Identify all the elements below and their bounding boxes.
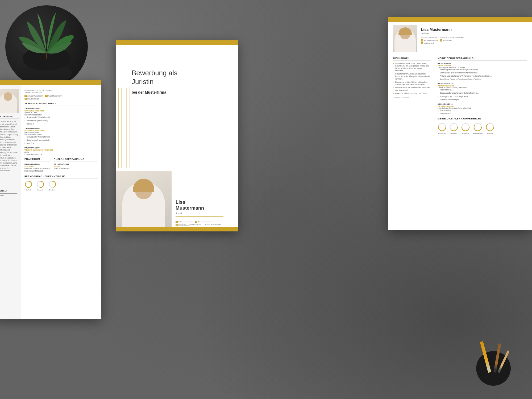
job3-bullets: Korrespondenz... Vornahme von...	[438, 109, 527, 115]
center-linkedin: in /in/Lisa-Mustermann	[176, 221, 193, 223]
digital-skill-circles: ACTAPORT LegalVero	[438, 123, 527, 134]
legalvero-label: LegalVero	[451, 132, 457, 134]
lang-greek-label: Griechisch	[49, 189, 56, 191]
center-email-row: @ l.lisa@nome.de	[176, 224, 189, 226]
skill-winmacs: WinMACS	[461, 123, 470, 134]
doc-right: Lisa Mustermann Juristin Fantasiestraße …	[388, 17, 532, 230]
profil-bullet-1: Bei gerichtlichen Auseinandersetzungen k…	[393, 73, 431, 80]
job2-bullet-3: Erstellung von Verträgen...	[438, 98, 527, 101]
job1-bullet-3: Auch höchst Fragen zu Regulierungsfragen…	[438, 78, 527, 80]
job2-title: Wirtschaftsjuristin	[438, 85, 527, 87]
gold-line-5	[129, 88, 130, 168]
right-name-section: Lisa Mustermann Juristin Fantasiestraße …	[421, 25, 464, 52]
signature: Luisa	[0, 188, 17, 194]
center-xing-icon: X	[195, 221, 197, 223]
cover-title-line2: Juristin	[132, 78, 153, 86]
skill-powerpoint: MS PowerPoint	[473, 123, 483, 134]
right-address: Fantasiestraße 14, 39114 Großstadt | Tel…	[421, 37, 464, 39]
center-linkedin-icon: in	[176, 221, 178, 223]
school-entry-2: 10.2000-06.2004 Universität Mittelstadt …	[24, 127, 98, 144]
russian-circle-icon	[36, 180, 44, 188]
right-digital-title: Meine digitalen Kompetenzen	[438, 117, 527, 121]
cover-title: Bewerbung als Juristin	[132, 69, 222, 86]
left-xing: X /Lisa-Mustermann	[45, 95, 62, 97]
right-linkedin: in /in/Lisa-Mustermann	[421, 39, 438, 41]
job1-bullets: Vertretung des Unternehmens vor gerichtl…	[438, 68, 527, 80]
job2-bullet-2: Prüfung von Tex..., ernutzungsdienst...	[438, 95, 527, 98]
job3-date: 09.2006-03.2011	[438, 103, 527, 105]
ausland-job-title: Au-pair	[54, 165, 98, 167]
language-circles: Englisch Russisch Gr	[24, 180, 98, 191]
right-linkedin-text: /in/Lisa-Mustermann	[424, 40, 438, 41]
actaport-label: ACTAPORT	[438, 132, 446, 134]
school-section: Schule & Ausbildung 10.2004-06.2006 Univ…	[24, 102, 98, 156]
doc-left: e Interessen Das Thema Recht ist für mic…	[0, 80, 101, 319]
entry3-institution: Wissens-Gymnasium Kleinstadt	[24, 149, 98, 151]
right-email: Lisa@nome.de	[424, 42, 434, 44]
center-social-row: in /in/Lisa-Mustermann X /Lisa-Musterman…	[176, 221, 211, 223]
right-xing-text: /Lisa-Muster	[443, 40, 452, 41]
job1-bullet-0: Vertretung des Unternehmens vor gerichtl…	[438, 68, 527, 71]
entry1-institution: Universität Mittelstadt	[24, 110, 98, 112]
right-xing-icon: X	[440, 39, 442, 41]
ausland-entry: 07.1999-07.2000 Au-pair Athen, Griechenl…	[54, 163, 98, 170]
right-addr-text: Fantasiestraße 14, 39114 Großstadt	[421, 37, 447, 39]
right-beruf-title: Meine Berufserfahrung	[438, 57, 527, 61]
languages-title: Fremdsprachenkenntnisse	[24, 175, 98, 179]
job2-company: Liefern & Freuen GmbH, Mittelstadt	[438, 87, 527, 89]
right-sep: |	[448, 37, 449, 39]
english-circle-icon	[24, 180, 32, 188]
lang-english: Englisch	[24, 180, 32, 191]
right-digital-skills: Meine digitalen Kompetenzen ACTAPORT	[438, 117, 527, 134]
right-person-name: Lisa Mustermann	[421, 27, 464, 32]
right-email-icon: @	[421, 42, 423, 44]
left-address: Fantasiestraße 14, 39114 Großstadt	[24, 89, 98, 92]
powerpoint-label: MS PowerPoint	[473, 132, 483, 134]
right-email-row: @ Lisa@nome.de	[421, 42, 464, 44]
lang-russian: Russisch	[36, 180, 44, 191]
praktikum-ausland-section: Praktikum 03.2004-06.2004 Praktikum Prak…	[24, 158, 98, 172]
ausland-date: 07.1999-07.2000	[54, 163, 98, 165]
sidebar-interests-title: e Interessen	[0, 116, 19, 119]
greek-circle-icon	[48, 180, 56, 188]
sidebar-interests-section: e Interessen Das Thema Recht ist für mic…	[0, 116, 19, 197]
entry3-detail-0: Note Abschluss: 1.9	[24, 153, 98, 156]
xing-icon: X	[45, 95, 48, 97]
right-linkedin-icon: in	[421, 39, 423, 41]
entry1-detail-2: Note: 1.8	[24, 123, 98, 125]
gold-line-4	[126, 88, 127, 168]
entry2-field: Rechtswissenschaften	[24, 133, 98, 136]
praktikum-desc: Praktikum im Bereich Steuerrecht, Motiv …	[24, 167, 51, 172]
gold-line-3	[124, 88, 124, 168]
center-xing-text: /Lisa-Mustermann	[198, 221, 211, 223]
skill-excel: MS Excel	[485, 123, 494, 134]
center-email: l.lisa@nome.de	[178, 224, 189, 226]
right-xing: X /Lisa-Muster	[440, 39, 452, 41]
center-person-name: Lisa Mustermann	[176, 200, 233, 211]
skill-legalvero: LegalVero	[449, 123, 458, 134]
job2-bullet-1: Betreuung aller eingehenden Schutzmaßnah…	[438, 92, 527, 94]
gold-line-2	[121, 88, 122, 168]
entry1-degree: Master of Laws	[24, 112, 98, 114]
lang-greek: Griechisch	[48, 180, 56, 191]
left-xing-text: /Lisa-Mustermann	[48, 95, 62, 97]
signature-area: Luisa termann	[0, 188, 19, 197]
languages-section: Fremdsprachenkenntnisse Englisch	[24, 175, 98, 191]
profil-bullet-0: Als Volljuristin habe ich im Laufe meine…	[393, 62, 431, 72]
center-separator-1: |	[203, 224, 203, 226]
profil-bullet-2: Eine meiner größten Stärken ist komplexe…	[393, 81, 431, 86]
job-entry-3: 09.2006-03.2011 Wirtschaftsjuristin Law …	[438, 103, 527, 115]
entry3-date: 09.1992-06.1999	[24, 147, 98, 149]
excel-circle-icon	[485, 123, 494, 132]
powerpoint-circle-icon	[473, 123, 482, 132]
center-contact-phone: Telefon: 0123 456 789	[205, 224, 221, 226]
job2-bullet-0: Rechtliche Beg...	[438, 89, 527, 91]
plant-decoration	[5, 5, 88, 88]
pencil-cup	[473, 346, 513, 386]
gold-line-1	[118, 88, 119, 168]
cover-company: bei der Musterfirma	[132, 90, 222, 94]
school-entry-3: 09.1992-06.1999 Wissens-Gymnasium Kleins…	[24, 147, 98, 156]
plant-svg	[5, 5, 88, 88]
doc-center: Bewerbung als Juristin bei der Musterfir…	[116, 40, 238, 231]
entry2-detail-2: Note: 1.4	[24, 142, 98, 144]
